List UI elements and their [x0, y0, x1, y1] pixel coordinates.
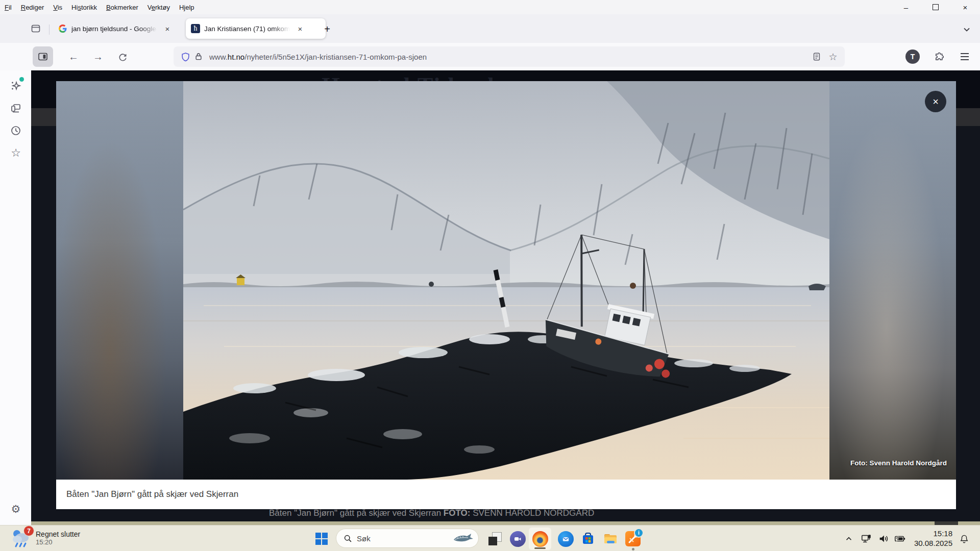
info-badge: i: [634, 528, 644, 538]
bookmarks-button[interactable]: ☆: [7, 144, 25, 162]
list-all-tabs-button[interactable]: [960, 22, 974, 37]
lock-icon[interactable]: [192, 52, 205, 61]
clock-date: 30.08.2025: [901, 538, 952, 548]
chevron-down-icon: [963, 26, 971, 34]
ai-chatbot-button[interactable]: [7, 77, 25, 95]
sidebar-settings-button[interactable]: ⚙: [7, 500, 25, 518]
menu-hjelp[interactable]: Hjelp: [175, 4, 199, 11]
sidebar-toggle-button[interactable]: [33, 46, 53, 67]
weather-headline: Regnet slutter: [36, 530, 80, 538]
volume-icon[interactable]: [877, 532, 890, 545]
sparkle-icon: [10, 80, 22, 92]
synced-tabs-button[interactable]: [7, 99, 25, 117]
bookmark-star-icon[interactable]: ☆: [826, 51, 840, 63]
tab-bar: jan bjørn tjeldsund - Google-sø × ħ Jan …: [0, 14, 980, 43]
taskbar-clock[interactable]: 15:18 30.08.2025: [901, 529, 952, 548]
firefox-view-button[interactable]: [27, 19, 45, 38]
installer-app-button[interactable]: i: [622, 528, 644, 550]
tab-close-icon[interactable]: ×: [295, 23, 305, 34]
firefox-sidebar: ☆ ⚙: [0, 70, 32, 525]
menu-historikk[interactable]: Historikk: [67, 4, 102, 11]
app-menu-button[interactable]: [954, 46, 975, 67]
menu-rediger[interactable]: Rediger: [16, 4, 49, 11]
firefox-taskbar-button[interactable]: [529, 528, 551, 550]
maximize-button[interactable]: [921, 0, 950, 14]
start-button[interactable]: [314, 531, 329, 546]
task-view-button[interactable]: [484, 528, 506, 550]
new-tab-button[interactable]: +: [320, 21, 335, 37]
search-icon: [344, 534, 352, 543]
desktop: Fil Rediger Vis Historikk Bokmerker Verk…: [0, 0, 980, 551]
microsoft-store-button[interactable]: [577, 528, 599, 550]
lightbox-close-button[interactable]: ×: [925, 91, 946, 112]
article-caption-dimmed: Båten "Jan Bjørn" gått på skjær ved Skje…: [269, 508, 594, 518]
banner-button-dimmed: [935, 521, 958, 525]
installer-app-icon: i: [625, 531, 641, 546]
extensions-button[interactable]: [929, 46, 949, 67]
installer-running-indicator: [632, 548, 634, 550]
devices-icon: [10, 102, 22, 114]
tab-title: Jan Kristiansen (71) omkom på s: [204, 25, 290, 33]
photo-credit: Foto: Svenn Harold Nordgård: [850, 459, 947, 467]
search-highlight-whale-image: [452, 532, 475, 545]
network-icon[interactable]: [860, 532, 873, 545]
bell-icon: [959, 534, 969, 544]
store-icon: [581, 532, 595, 546]
notification-bell-button[interactable]: [958, 532, 971, 545]
chat-app-button[interactable]: [506, 528, 529, 550]
menu-fil[interactable]: Fil: [0, 4, 16, 11]
tab-title: jan bjørn tjeldsund - Google-sø: [71, 25, 157, 33]
firefox-active-indicator: [534, 547, 546, 549]
tab-ht-article[interactable]: ħ Jan Kristiansen (71) omkom på s ×: [186, 18, 326, 39]
weather-time: 15:20: [36, 538, 80, 546]
menu-bokmerker[interactable]: Bokmerker: [102, 4, 143, 11]
tab-separator: [49, 24, 50, 35]
history-button[interactable]: [7, 121, 25, 140]
windows-taskbar: 7 Regnet slutter 15:20 Søk: [0, 525, 980, 551]
taskbar-search-box[interactable]: Søk: [336, 529, 479, 548]
firefox-view-icon: [31, 23, 41, 34]
menu-vis[interactable]: Vis: [48, 4, 67, 11]
notification-dot: [19, 77, 24, 82]
folder-icon: [603, 532, 618, 546]
hamburger-icon: [961, 53, 969, 60]
account-button[interactable]: T: [902, 46, 923, 67]
maximize-icon: [933, 4, 939, 10]
tab-close-icon[interactable]: ×: [162, 23, 173, 34]
account-avatar: T: [905, 49, 920, 64]
back-button[interactable]: ←: [63, 46, 84, 67]
window-controls: – ×: [891, 0, 980, 14]
sidebar-icon: [38, 52, 48, 62]
navigation-toolbar: ← → www.ht.no/nyheter/i/5n5e1X/jan-krist…: [0, 43, 980, 71]
notification-count-badge: 7: [23, 525, 34, 536]
file-explorer-button[interactable]: [599, 528, 622, 550]
reload-button[interactable]: [112, 46, 133, 67]
forward-button[interactable]: →: [88, 46, 108, 67]
tray-chevron-up-button[interactable]: [842, 532, 855, 545]
clock-time: 15:18: [901, 529, 952, 538]
image-lightbox: Foto: Svenn Harold Nordgård × Båten "Jan…: [56, 81, 956, 509]
reload-icon: [118, 52, 127, 61]
close-window-button[interactable]: ×: [950, 0, 980, 14]
puzzle-icon: [934, 52, 944, 62]
url-bar[interactable]: www.ht.no/nyheter/i/5n5e1X/jan-kristians…: [174, 46, 845, 67]
taskbar-weather-widget[interactable]: 7 Regnet slutter 15:20: [11, 528, 80, 548]
thunderbird-icon: [558, 531, 574, 547]
minimize-button[interactable]: –: [891, 0, 921, 14]
clock-icon: [10, 124, 22, 137]
tracking-protection-shield-icon[interactable]: [179, 52, 192, 62]
menu-verktoy[interactable]: Verktøy: [143, 4, 175, 11]
search-placeholder: Søk: [357, 534, 447, 543]
reader-mode-icon[interactable]: [810, 52, 823, 61]
article-photo: [183, 81, 829, 480]
tab-google-search[interactable]: jan bjørn tjeldsund - Google-sø ×: [53, 18, 193, 39]
video-chat-icon: [510, 531, 526, 547]
lightbox-caption-bar: Båten "Jan Bjørn" gått på skjær ved Skje…: [56, 480, 956, 509]
task-view-icon: [488, 532, 502, 545]
url-text: www.ht.no/nyheter/i/5n5e1X/jan-kristians…: [209, 53, 810, 61]
google-favicon: [58, 24, 67, 33]
subscription-banner-dimmed: [31, 521, 980, 525]
blurred-left-fill: [56, 81, 183, 480]
firefox-icon: [532, 531, 548, 547]
thunderbird-button[interactable]: [554, 528, 577, 550]
